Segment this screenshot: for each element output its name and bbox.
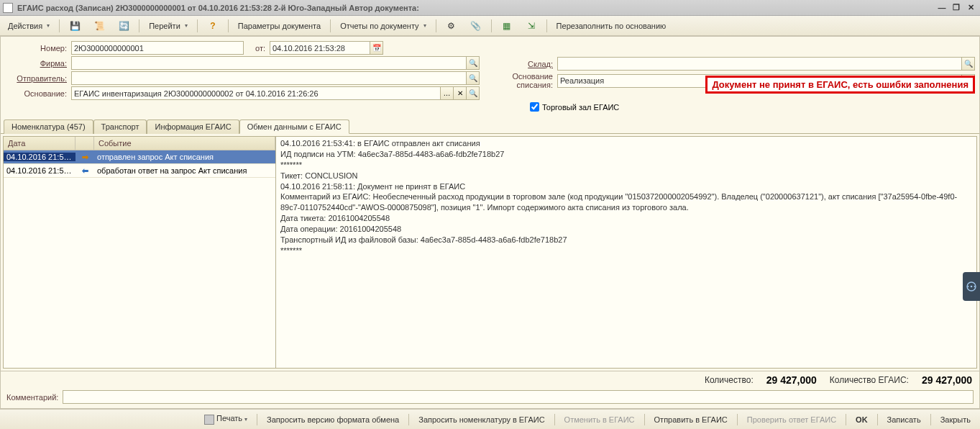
totals-bar: Количество: 29 427,000 Количество ЕГАИС:… (1, 371, 979, 389)
scroll-icon-button[interactable]: 📜 (88, 18, 110, 34)
app-icon (3, 3, 13, 13)
basis-clear-button[interactable]: ✕ (454, 86, 467, 100)
grid-icon-button[interactable]: ▦ (496, 18, 518, 34)
export-icon: ⇲ (526, 20, 537, 32)
basis-input[interactable] (71, 86, 441, 100)
export-icon-button[interactable]: ⇲ (521, 18, 542, 34)
qty-value: 29 427,000 (766, 374, 817, 386)
bottom-bar: Печать Запросить версию формата обмена З… (0, 409, 980, 429)
firm-label: Фирма: (5, 59, 67, 68)
detail-text: 04.10.2016 21:53:41: в ЕГАИС отправлен а… (276, 136, 977, 369)
arrow-out-icon: ➡ (75, 153, 94, 162)
sender-lookup-button[interactable]: 🔍 (467, 71, 480, 85)
basis-label: Основание: (5, 89, 67, 98)
date-picker-button[interactable]: 📅 (370, 41, 383, 55)
firm-lookup-button[interactable]: 🔍 (467, 56, 480, 70)
sender-input[interactable] (71, 71, 467, 85)
cancel-egais-button[interactable]: Отменить в ЕГАИС (559, 413, 640, 426)
grid-header-icon (75, 137, 94, 150)
tab-egais-info[interactable]: Информация ЕГАИС (147, 119, 239, 134)
ok-button[interactable]: OK (851, 413, 873, 426)
print-menu[interactable]: Печать (199, 412, 252, 426)
writeoff-basis-label: Основание списания: (501, 72, 553, 89)
grid-row[interactable]: 04.10.2016 21:58… ⬅ обработан ответ на з… (4, 164, 275, 178)
basis-lookup-button[interactable]: 🔍 (467, 86, 480, 100)
close-window-button[interactable]: ✕ (964, 2, 977, 14)
scroll-icon: 📜 (93, 20, 105, 32)
teamviewer-tab[interactable] (963, 272, 980, 301)
date-input[interactable] (270, 41, 370, 55)
teamviewer-icon (966, 281, 977, 292)
save-icon-button[interactable]: 💾 (64, 18, 86, 34)
request-nomenclature-button[interactable]: Запросить номенклатуру в ЕГАИС (413, 413, 549, 426)
window-title: ЕГАИС расход (Записан) 2Ю3000000000001 о… (17, 4, 934, 12)
config-icon-button[interactable]: ⚙ (441, 18, 462, 34)
save-button[interactable]: Записать (882, 413, 926, 426)
print-icon (204, 415, 214, 425)
trade-hall-checkbox-wrap[interactable]: Торговый зал ЕГАИС (530, 102, 619, 112)
tab-nomenclature[interactable]: Номенклатура (457) (4, 119, 93, 134)
qty-label: Количество: (705, 375, 754, 385)
send-egais-button[interactable]: Отправить в ЕГАИС (649, 413, 733, 426)
qty-egais-label: Количество ЕГАИС: (830, 375, 909, 385)
check-egais-button[interactable]: Проверить ответ ЕГАИС (742, 413, 841, 426)
warehouse-lookup-button[interactable]: 🔍 (962, 57, 975, 71)
refresh-icon-button[interactable]: 🔄 (113, 18, 134, 34)
grid-row[interactable]: 04.10.2016 21:53… ➡ отправлен запрос Акт… (4, 150, 275, 164)
warehouse-label: Склад: (501, 60, 553, 68)
number-label: Номер: (5, 44, 67, 53)
close-button[interactable]: Закрыть (935, 413, 976, 426)
clip-icon-button[interactable]: 📎 (465, 18, 487, 34)
grid-cell-date: 04.10.2016 21:53… (4, 153, 75, 161)
events-grid: Дата Событие 04.10.2016 21:53… ➡ отправл… (3, 136, 276, 369)
grid-header-event[interactable]: Событие (94, 137, 275, 150)
grid-header-date[interactable]: Дата (4, 137, 75, 150)
help-icon: ? (207, 20, 219, 32)
tabstrip: Номенклатура (457) Транспорт Информация … (1, 119, 979, 134)
grid-cell-event: отправлен запрос Акт списания (94, 153, 275, 161)
qty-egais-value: 29 427,000 (922, 374, 972, 386)
svg-point-1 (971, 286, 973, 288)
grid-icon: ▦ (501, 20, 513, 32)
trade-hall-label: Торговый зал ЕГАИС (542, 103, 619, 112)
refresh-icon: 🔄 (118, 20, 129, 32)
request-version-button[interactable]: Запросить версию формата обмена (262, 413, 404, 426)
tab-egais-exchange[interactable]: Обмен данными с ЕГАИС (239, 119, 349, 134)
maximize-button[interactable]: ❐ (950, 2, 963, 14)
tab-transport[interactable]: Транспорт (93, 119, 147, 134)
minimize-button[interactable]: — (935, 2, 948, 14)
grid-cell-date: 04.10.2016 21:58… (4, 166, 75, 175)
grid-cell-event: обработан ответ на запрос Акт списания (94, 166, 275, 175)
trade-hall-checkbox[interactable] (530, 102, 539, 112)
actions-menu[interactable]: Действия (3, 19, 55, 32)
comment-label: Комментарий: (6, 393, 58, 402)
content-area: Документ не принят в ЕГАИС, есть ошибки … (0, 36, 980, 409)
reports-menu[interactable]: Отчеты по документу (335, 19, 431, 32)
refill-button[interactable]: Перезаполнить по основанию (551, 19, 672, 32)
from-label: от: (248, 44, 265, 53)
clip-icon: 📎 (470, 20, 482, 32)
toolbar: Действия 💾 📜 🔄 Перейти ? Параметры докум… (0, 16, 980, 36)
config-icon: ⚙ (446, 20, 457, 32)
comment-input[interactable] (63, 390, 974, 404)
basis-select-button[interactable]: … (441, 86, 454, 100)
titlebar: ЕГАИС расход (Записан) 2Ю3000000000001 о… (0, 0, 980, 16)
firm-input[interactable] (71, 56, 467, 70)
sender-label: Отправитель: (5, 74, 67, 83)
help-button[interactable]: ? (202, 18, 224, 34)
arrow-in-icon: ⬅ (75, 166, 94, 176)
doc-params-button[interactable]: Параметры документа (233, 19, 326, 32)
number-input[interactable] (71, 41, 244, 55)
save-icon: 💾 (69, 20, 81, 32)
goto-menu[interactable]: Перейти (144, 19, 193, 32)
error-banner: Документ не принят в ЕГАИС, есть ошибки … (705, 76, 975, 94)
warehouse-input[interactable] (557, 57, 962, 71)
